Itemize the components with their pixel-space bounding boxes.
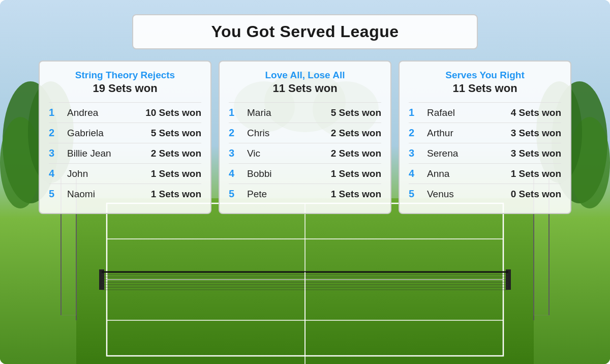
player-name-1-2: Vic bbox=[247, 148, 331, 159]
player-sets-0-3: 1 Sets won bbox=[151, 168, 201, 179]
player-rank-1-1: 2 bbox=[229, 127, 247, 139]
player-name-0-1: Gabriela bbox=[67, 128, 151, 139]
player-rank-2-1: 2 bbox=[409, 127, 427, 139]
player-sets-0-0: 10 Sets won bbox=[145, 107, 201, 118]
player-sets-2-2: 3 Sets won bbox=[511, 148, 561, 159]
team-name-1: Love All, Lose All bbox=[229, 70, 381, 81]
main-content: You Got Served League String Theory Reje… bbox=[0, 0, 610, 364]
player-name-1-0: Maria bbox=[247, 107, 331, 118]
player-rank-0-3: 4 bbox=[49, 168, 67, 179]
player-sets-1-3: 1 Sets won bbox=[331, 168, 381, 179]
team-card-string-theory-rejects: String Theory Rejects19 Sets won1Andrea1… bbox=[39, 60, 211, 214]
player-sets-0-2: 2 Sets won bbox=[151, 148, 201, 159]
table-row: 4John1 Sets won bbox=[49, 163, 201, 184]
player-name-1-1: Chris bbox=[247, 128, 331, 139]
table-row: 2Chris2 Sets won bbox=[229, 123, 381, 143]
player-sets-1-4: 1 Sets won bbox=[331, 189, 381, 200]
table-row: 5Venus0 Sets won bbox=[409, 184, 561, 204]
team-name-2: Serves You Right bbox=[409, 70, 561, 81]
player-rank-1-0: 1 bbox=[229, 107, 247, 118]
table-row: 4Anna1 Sets won bbox=[409, 163, 561, 184]
player-name-0-4: Naomi bbox=[67, 189, 151, 200]
player-name-2-0: Rafael bbox=[427, 107, 511, 118]
player-rank-1-4: 5 bbox=[229, 188, 247, 200]
player-sets-2-3: 1 Sets won bbox=[511, 168, 561, 179]
player-rank-0-0: 1 bbox=[49, 107, 67, 118]
player-sets-2-0: 4 Sets won bbox=[511, 107, 561, 118]
table-row: 3Serena3 Sets won bbox=[409, 143, 561, 163]
page-title: You Got Served League bbox=[164, 22, 446, 41]
team-name-0: String Theory Rejects bbox=[49, 70, 201, 81]
teams-row: String Theory Rejects19 Sets won1Andrea1… bbox=[30, 60, 580, 214]
table-row: 1Andrea10 Sets won bbox=[49, 102, 201, 123]
player-rank-2-0: 1 bbox=[409, 107, 427, 118]
player-rank-1-2: 3 bbox=[229, 147, 247, 159]
background: You Got Served League String Theory Reje… bbox=[0, 0, 610, 364]
player-sets-0-4: 1 Sets won bbox=[151, 189, 201, 200]
table-row: 5Pete1 Sets won bbox=[229, 184, 381, 204]
player-sets-2-1: 3 Sets won bbox=[511, 128, 561, 139]
table-row: 4Bobbi1 Sets won bbox=[229, 163, 381, 184]
player-name-1-4: Pete bbox=[247, 189, 331, 200]
player-rank-2-2: 3 bbox=[409, 147, 427, 159]
table-row: 2Gabriela5 Sets won bbox=[49, 123, 201, 143]
player-rank-0-2: 3 bbox=[49, 147, 67, 159]
player-rank-2-3: 4 bbox=[409, 168, 427, 179]
player-name-2-1: Arthur bbox=[427, 128, 511, 139]
player-sets-1-1: 2 Sets won bbox=[331, 128, 381, 139]
table-row: 3Billie Jean2 Sets won bbox=[49, 143, 201, 163]
player-rank-0-4: 5 bbox=[49, 188, 67, 200]
player-name-2-2: Serena bbox=[427, 148, 511, 159]
player-name-0-2: Billie Jean bbox=[67, 148, 151, 159]
player-name-1-3: Bobbi bbox=[247, 168, 331, 179]
team-card-serves-you-right: Serves You Right11 Sets won1Rafael4 Sets… bbox=[399, 60, 571, 214]
title-box: You Got Served League bbox=[132, 14, 478, 49]
table-row: 5Naomi1 Sets won bbox=[49, 184, 201, 204]
player-sets-2-4: 0 Sets won bbox=[511, 189, 561, 200]
table-row: 1Maria5 Sets won bbox=[229, 102, 381, 123]
player-name-2-3: Anna bbox=[427, 168, 511, 179]
table-row: 3Vic2 Sets won bbox=[229, 143, 381, 163]
player-name-2-4: Venus bbox=[427, 189, 511, 200]
player-name-0-3: John bbox=[67, 168, 151, 179]
player-rank-1-3: 4 bbox=[229, 168, 247, 179]
team-sets-total-1: 11 Sets won bbox=[229, 82, 381, 95]
player-rank-0-1: 2 bbox=[49, 127, 67, 139]
player-sets-1-0: 5 Sets won bbox=[331, 107, 381, 118]
player-name-0-0: Andrea bbox=[67, 107, 145, 118]
table-row: 1Rafael4 Sets won bbox=[409, 102, 561, 123]
table-row: 2Arthur3 Sets won bbox=[409, 123, 561, 143]
team-card-love-all-lose-all: Love All, Lose All11 Sets won1Maria5 Set… bbox=[219, 60, 391, 214]
team-sets-total-2: 11 Sets won bbox=[409, 82, 561, 95]
player-sets-1-2: 2 Sets won bbox=[331, 148, 381, 159]
player-sets-0-1: 5 Sets won bbox=[151, 128, 201, 139]
team-sets-total-0: 19 Sets won bbox=[49, 82, 201, 95]
player-rank-2-4: 5 bbox=[409, 188, 427, 200]
